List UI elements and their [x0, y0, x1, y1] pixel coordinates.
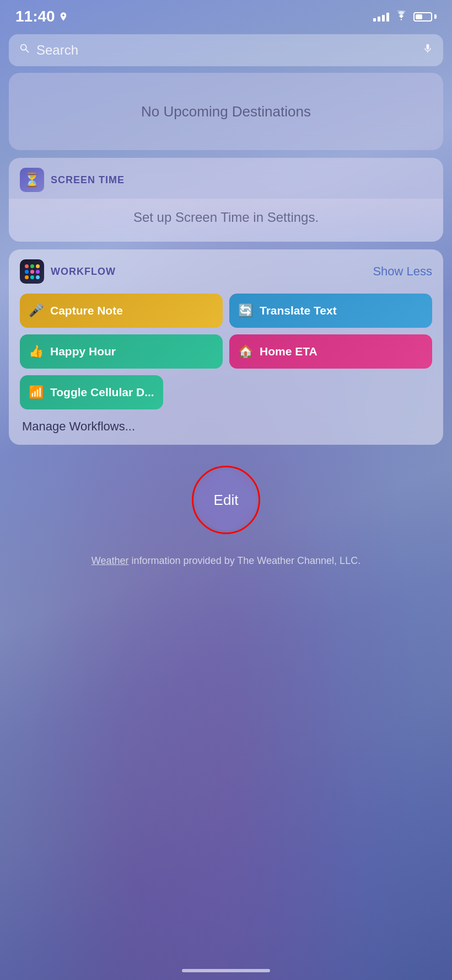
- signal-bar-1: [373, 18, 376, 22]
- status-bar: 11:40: [0, 0, 452, 30]
- microphone-icon[interactable]: [422, 42, 433, 58]
- search-bar[interactable]: Search: [9, 34, 443, 66]
- battery-fill: [416, 14, 422, 19]
- workflow-icon-dots: [21, 261, 43, 283]
- signal-bar-3: [382, 15, 385, 22]
- search-container: Search: [0, 30, 452, 73]
- workflow-dot: [25, 270, 29, 274]
- workflow-buttons-grid: 🎤 Capture Note 🔄 Translate Text 👍 Happy …: [20, 294, 432, 369]
- screen-time-body: Set up Screen Time in Settings.: [9, 199, 443, 242]
- home-bar: [182, 969, 270, 972]
- battery-icon: [413, 12, 437, 22]
- weather-attribution: Weather information provided by The Weat…: [9, 551, 443, 578]
- status-icons: [373, 10, 437, 23]
- toggle-cellular-label: Toggle Cellular D...: [50, 386, 154, 399]
- workflow-dot: [25, 275, 29, 279]
- edit-button-wrapper: Edit: [192, 466, 260, 534]
- search-icon: [19, 42, 31, 58]
- screen-time-title: SCREEN TIME: [51, 174, 125, 186]
- workflow-dot: [30, 275, 34, 279]
- happy-hour-icon: 👍: [29, 344, 44, 359]
- home-eta-icon: 🏠: [238, 344, 253, 359]
- workflow-app-icon: [20, 259, 44, 284]
- translate-text-label: Translate Text: [260, 304, 337, 317]
- signal-bar-4: [386, 13, 389, 22]
- status-time: 11:40: [15, 8, 68, 25]
- workflow-dot: [36, 264, 40, 268]
- location-icon: [58, 10, 68, 23]
- toggle-cellular-button[interactable]: 📶 Toggle Cellular D...: [20, 375, 163, 409]
- capture-note-label: Capture Note: [50, 304, 123, 317]
- signal-bars: [373, 12, 389, 22]
- show-less-button[interactable]: Show Less: [373, 264, 432, 279]
- translate-text-button[interactable]: 🔄 Translate Text: [229, 294, 432, 328]
- weather-link[interactable]: Weather: [92, 555, 129, 566]
- battery-tip: [434, 14, 437, 19]
- home-indicator: [0, 963, 452, 980]
- workflow-bottom-row: 📶 Toggle Cellular D...: [20, 375, 432, 409]
- workflow-dot: [36, 275, 40, 279]
- destinations-widget: No Upcoming Destinations: [9, 73, 443, 150]
- battery-body: [413, 12, 432, 22]
- screen-time-header: ⏳ SCREEN TIME: [9, 158, 443, 199]
- workflow-dot: [25, 264, 29, 268]
- screen-time-widget: ⏳ SCREEN TIME Set up Screen Time in Sett…: [9, 158, 443, 242]
- home-eta-label: Home ETA: [260, 345, 318, 358]
- workflow-dot: [30, 264, 34, 268]
- happy-hour-label: Happy Hour: [50, 345, 116, 358]
- search-placeholder: Search: [36, 42, 417, 58]
- translate-text-icon: 🔄: [238, 303, 253, 318]
- weather-attribution-text: information provided by The Weather Chan…: [129, 555, 361, 566]
- destinations-message: No Upcoming Destinations: [141, 103, 311, 120]
- screen-time-app-icon: ⏳: [20, 168, 44, 192]
- clock: 11:40: [15, 8, 55, 25]
- widgets-area: No Upcoming Destinations ⏳ SCREEN TIME S…: [0, 73, 452, 963]
- home-eta-button[interactable]: 🏠 Home ETA: [229, 334, 432, 369]
- workflow-dot: [36, 270, 40, 274]
- signal-bar-2: [378, 17, 380, 22]
- main-content: 11:40: [0, 0, 452, 980]
- capture-note-icon: 🎤: [29, 303, 44, 318]
- happy-hour-button[interactable]: 👍 Happy Hour: [20, 334, 223, 369]
- workflow-dot: [30, 270, 34, 274]
- workflow-header: WORKFLOW Show Less: [20, 259, 432, 284]
- edit-section: Edit: [9, 452, 443, 543]
- workflow-title: WORKFLOW: [51, 266, 116, 278]
- wifi-icon: [395, 10, 408, 23]
- screen-time-message: Set up Screen Time in Settings.: [133, 210, 319, 225]
- capture-note-button[interactable]: 🎤 Capture Note: [20, 294, 223, 328]
- manage-workflows-link[interactable]: Manage Workflows...: [20, 415, 432, 434]
- workflow-header-left: WORKFLOW: [20, 259, 116, 284]
- toggle-cellular-icon: 📶: [29, 385, 44, 400]
- workflow-widget: WORKFLOW Show Less 🎤 Capture Note 🔄 Tran…: [9, 249, 443, 445]
- edit-button[interactable]: Edit: [196, 470, 256, 530]
